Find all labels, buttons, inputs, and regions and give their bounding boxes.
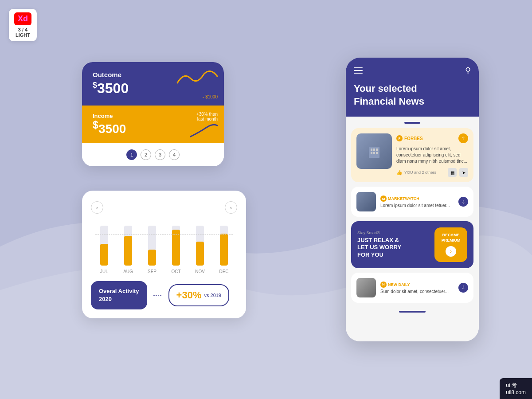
connector-icon (153, 292, 162, 298)
bar-label-oct: OCT (171, 269, 180, 274)
newdaily-source: N NEW DAILY (380, 282, 454, 288)
outcome-section: Outcome $3500 - $1000 (82, 62, 224, 106)
newdaily-collapse-button[interactable]: ⇩ (458, 283, 468, 293)
bar-oct: OCT (167, 226, 185, 274)
marketwatch-icon: M (380, 196, 387, 202)
forbes-news-text: Lorem ipsum dolor sit amet, consectetuer… (396, 146, 468, 164)
bar-aug: AUG (119, 226, 137, 274)
chart-bars: JUL AUG SEP OCT NOV (91, 221, 237, 274)
marketwatch-label: MARKETWATCH (388, 196, 419, 201)
scroll-indicator (351, 122, 473, 124)
growth-badge: +30% vs 2019 (168, 284, 229, 306)
marketwatch-content: M MARKETWATCH Lorem ipsum dolor sit amet… (380, 196, 454, 208)
activity-box: Overal Activity 2020 (91, 281, 147, 309)
chart-nav: ‹ › (91, 201, 237, 214)
pagination-dot-4[interactable]: 4 (169, 149, 180, 160)
bar-sep: SEP (143, 226, 161, 274)
marketwatch-thumb (356, 192, 376, 211)
news-card-forbes: F FORBES ⇧ Lorem ipsum dolor sit amet, c… (351, 128, 473, 182)
pagination-dots: 1 2 3 4 (82, 143, 224, 166)
forbes-expand-button[interactable]: ⇧ (458, 133, 468, 143)
xd-logo: Xd (14, 12, 31, 25)
chart-prev-button[interactable]: ‹ (91, 201, 103, 214)
premium-btn-label: BECAMEPREMIUM (442, 233, 461, 243)
outcome-wave-icon (175, 67, 219, 90)
news-source-row-forbes: F FORBES ⇧ (396, 133, 468, 143)
marketwatch-source: M MARKETWATCH (380, 196, 454, 202)
premium-content: Stay Smart® JUST RELAX &LET US WORRYFOR … (357, 231, 401, 259)
premium-tagline: Stay Smart® (357, 231, 401, 235)
newdaily-content: N NEW DAILY Sum dolor sit amet, consecte… (380, 282, 454, 294)
bar-label-sep: SEP (148, 269, 156, 274)
pagination-dot-2[interactable]: 2 (141, 149, 151, 160)
income-line-icon (188, 121, 219, 139)
premium-banner: Stay Smart® JUST RELAX &LET US WORRYFOR … (351, 221, 473, 268)
newdaily-text: Sum dolor sit amet, consectetuer... (380, 289, 454, 294)
watermark-line1: ui 考 (506, 382, 526, 389)
svg-rect-3 (373, 149, 375, 151)
svg-rect-5 (371, 152, 372, 154)
hamburger-menu-button[interactable] (354, 67, 363, 74)
forbes-icon: F (396, 135, 403, 141)
phone-frame: ⚲ Your selectedFinancial News (346, 58, 479, 341)
newdaily-thumb (356, 278, 376, 297)
become-premium-button[interactable]: BECAMEPREMIUM › (434, 227, 467, 262)
bar-label-aug: AUG (123, 269, 133, 274)
outcome-currency: $ (93, 81, 97, 90)
premium-headline: JUST RELAX &LET US WORRYFOR YOU (357, 237, 401, 259)
bar-nov: NOV (191, 226, 209, 274)
phone-content[interactable]: F FORBES ⇧ Lorem ipsum dolor sit amet, c… (346, 117, 479, 341)
xd-badge: Xd 3 / 4 LIGHT (9, 9, 37, 41)
newdaily-label: NEW DAILY (388, 282, 410, 287)
activity-label: Overal Activity (99, 287, 139, 295)
bar-label-jul: JUL (100, 269, 108, 274)
news-reactions-forbes: 👍 YOU and 2 others ▦ ➤ (396, 168, 468, 177)
share-icon[interactable]: ➤ (459, 168, 468, 177)
phone-header: ⚲ Your selectedFinancial News (346, 58, 479, 117)
bar-dec: DEC (215, 226, 233, 274)
svg-rect-4 (376, 149, 378, 151)
chart-footer: Overal Activity 2020 +30% vs 2019 (91, 281, 237, 309)
income-label: Income (93, 113, 213, 119)
news-card-newdaily: N NEW DAILY Sum dolor sit amet, consecte… (351, 273, 473, 303)
reaction-count: YOU and 2 others (404, 170, 436, 175)
pagination-dot-1[interactable]: 1 (126, 149, 137, 160)
phone-bottom-indicator (351, 307, 473, 316)
bottom-scroll-bar (399, 311, 426, 313)
newdaily-icon: N (380, 282, 387, 288)
forbes-source-badge: F FORBES (396, 135, 423, 141)
svg-rect-7 (376, 152, 378, 154)
income-section: Income $3500 +30% than last month (82, 106, 224, 143)
news-card-marketwatch: M MARKETWATCH Lorem ipsum dolor sit amet… (351, 187, 473, 217)
xd-version: 3 / 4 (14, 27, 31, 32)
activity-year: 2020 (99, 295, 139, 303)
chart-dashed-line (95, 234, 233, 235)
building-icon (365, 142, 383, 160)
news-content-forbes: F FORBES ⇧ Lorem ipsum dolor sit amet, c… (396, 133, 468, 177)
forbes-source-label: FORBES (404, 136, 423, 141)
search-button[interactable]: ⚲ (465, 66, 471, 75)
bar-label-nov: NOV (195, 269, 205, 274)
chart-next-button[interactable]: › (225, 201, 237, 214)
news-image-forbes (356, 133, 392, 169)
bar-label-dec: DEC (219, 269, 228, 274)
outcome-change: - $1000 (203, 94, 218, 99)
premium-arrow-icon: › (446, 246, 456, 257)
watermark: ui 考 uil8.com (500, 378, 532, 399)
chart-card: ‹ › JUL AUG SEP (82, 191, 246, 318)
svg-rect-6 (373, 152, 375, 154)
news-image-placeholder (356, 133, 392, 169)
income-currency: $ (93, 119, 98, 131)
growth-percent: +30% (176, 289, 202, 301)
svg-rect-2 (371, 149, 372, 151)
marketwatch-text: Lorem ipsum dolor sit amet tetuer... (380, 203, 454, 208)
bar-jul: JUL (95, 226, 113, 274)
reaction-actions: ▦ ➤ (448, 168, 468, 177)
marketwatch-collapse-button[interactable]: ⇩ (458, 197, 468, 207)
comment-icon[interactable]: ▦ (448, 168, 457, 177)
reaction-likes: 👍 YOU and 2 others (396, 170, 436, 176)
thumb-icon: 👍 (396, 170, 403, 176)
watermark-line2: uil8.com (506, 389, 526, 395)
income-change: +30% than last month (196, 112, 218, 121)
pagination-dot-3[interactable]: 3 (155, 149, 165, 160)
